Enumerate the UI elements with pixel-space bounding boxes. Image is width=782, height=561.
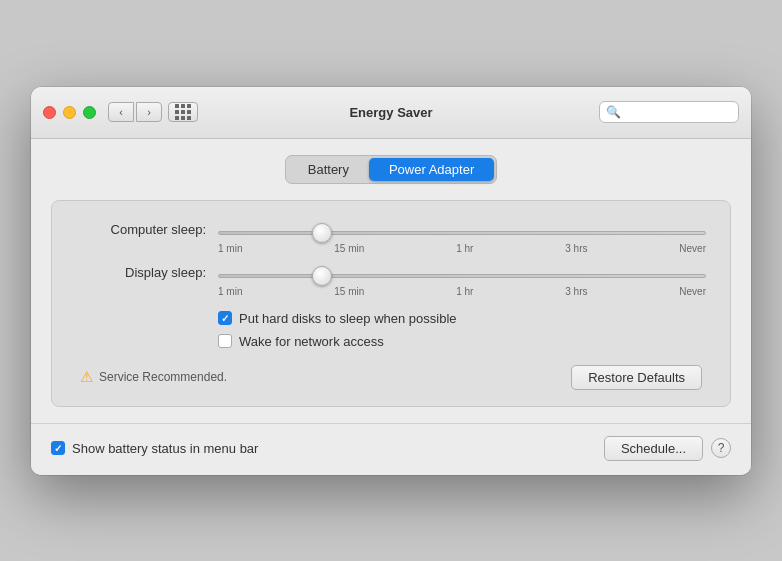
search-input[interactable] xyxy=(625,105,751,119)
maximize-button[interactable] xyxy=(83,106,96,119)
hard-disks-checkbox[interactable] xyxy=(218,311,232,325)
show-battery-checkbox[interactable] xyxy=(51,441,65,455)
bottom-bar: ⚠ Service Recommended. Restore Defaults xyxy=(76,365,706,390)
computer-sleep-section: Computer sleep: 1 min 15 min 1 hr 3 hrs … xyxy=(76,221,706,254)
display-sleep-labels: 1 min 15 min 1 hr 3 hrs Never xyxy=(76,286,706,297)
window: ‹ › Energy Saver 🔍 ⊗ Battery Power Adapt… xyxy=(31,87,751,475)
cs-label-1min: 1 min xyxy=(218,243,242,254)
restore-defaults-button[interactable]: Restore Defaults xyxy=(571,365,702,390)
wake-network-label: Wake for network access xyxy=(239,334,384,349)
help-button[interactable]: ? xyxy=(711,438,731,458)
computer-sleep-row: Computer sleep: xyxy=(76,221,706,239)
ds-label-1min: 1 min xyxy=(218,286,242,297)
display-sleep-section: Display sleep: 1 min 15 min 1 hr 3 hrs N… xyxy=(76,264,706,297)
ds-label-1hr: 1 hr xyxy=(456,286,473,297)
search-box[interactable]: 🔍 ⊗ xyxy=(599,101,739,123)
cs-label-3hrs: 3 hrs xyxy=(565,243,587,254)
footer: Show battery status in menu bar Schedule… xyxy=(31,423,751,475)
window-title: Energy Saver xyxy=(349,105,432,120)
footer-right: Schedule... ? xyxy=(604,436,731,461)
content-area: Battery Power Adapter Computer sleep: 1 … xyxy=(31,139,751,423)
ds-label-3hrs: 3 hrs xyxy=(565,286,587,297)
tabs-row: Battery Power Adapter xyxy=(51,155,731,184)
display-sleep-slider[interactable] xyxy=(218,274,706,278)
computer-sleep-labels: 1 min 15 min 1 hr 3 hrs Never xyxy=(76,243,706,254)
service-message: Service Recommended. xyxy=(99,370,227,384)
tab-power-adapter[interactable]: Power Adapter xyxy=(369,158,494,181)
nav-buttons: ‹ › xyxy=(108,102,162,122)
display-sleep-label: Display sleep: xyxy=(76,265,206,280)
back-button[interactable]: ‹ xyxy=(108,102,134,122)
titlebar: ‹ › Energy Saver 🔍 ⊗ xyxy=(31,87,751,139)
grid-icon xyxy=(175,104,191,120)
wake-network-checkbox[interactable] xyxy=(218,334,232,348)
close-button[interactable] xyxy=(43,106,56,119)
cs-label-1hr: 1 hr xyxy=(456,243,473,254)
cs-label-never: Never xyxy=(679,243,706,254)
checkbox-section: Put hard disks to sleep when possible Wa… xyxy=(218,311,706,349)
tab-battery[interactable]: Battery xyxy=(288,158,369,181)
computer-sleep-slider-wrapper xyxy=(218,221,706,239)
show-battery-label: Show battery status in menu bar xyxy=(72,441,258,456)
wake-network-row: Wake for network access xyxy=(218,334,706,349)
forward-button[interactable]: › xyxy=(136,102,162,122)
computer-sleep-slider[interactable] xyxy=(218,231,706,235)
settings-panel: Computer sleep: 1 min 15 min 1 hr 3 hrs … xyxy=(51,200,731,407)
warning-icon: ⚠ xyxy=(80,368,93,386)
minimize-button[interactable] xyxy=(63,106,76,119)
computer-sleep-label: Computer sleep: xyxy=(76,222,206,237)
display-sleep-slider-wrapper xyxy=(218,264,706,282)
cs-label-15min: 15 min xyxy=(334,243,364,254)
display-sleep-row: Display sleep: xyxy=(76,264,706,282)
ds-label-15min: 15 min xyxy=(334,286,364,297)
grid-button[interactable] xyxy=(168,102,198,122)
search-icon: 🔍 xyxy=(606,105,621,119)
traffic-lights xyxy=(43,106,96,119)
ds-label-never: Never xyxy=(679,286,706,297)
hard-disks-row: Put hard disks to sleep when possible xyxy=(218,311,706,326)
tabs-container: Battery Power Adapter xyxy=(285,155,497,184)
schedule-button[interactable]: Schedule... xyxy=(604,436,703,461)
hard-disks-label: Put hard disks to sleep when possible xyxy=(239,311,457,326)
show-battery-row: Show battery status in menu bar xyxy=(51,441,258,456)
